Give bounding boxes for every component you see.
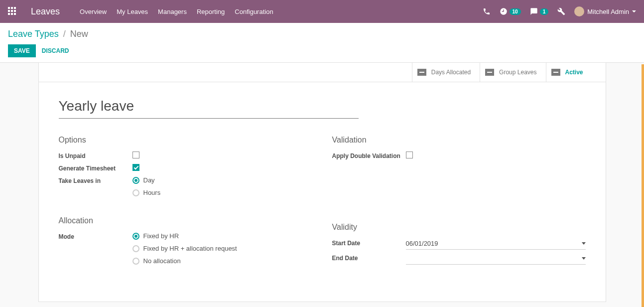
take-leaves-label: Take Leaves in: [59, 176, 132, 184]
clock-icon: [500, 7, 508, 15]
main-navbar: Leaves Overview My Leaves Managers Repor…: [0, 0, 644, 23]
nav-link-configuration[interactable]: Configuration: [235, 8, 273, 15]
group-validation-title: Validation: [332, 136, 586, 145]
take-leaves-hours[interactable]: Hours: [132, 189, 312, 196]
chat-icon: [530, 7, 538, 15]
group-options-title: Options: [59, 136, 312, 145]
breadcrumb: Leave Types / New: [8, 29, 636, 39]
chevron-down-icon: [632, 10, 636, 12]
is-unpaid-checkbox[interactable]: [132, 152, 139, 158]
stat-button-box: Days Allocated Group Leaves Active: [39, 63, 606, 82]
radio-icon: [132, 258, 139, 265]
nav-links: Overview My Leaves Managers Reporting Co…: [80, 8, 273, 15]
radio-icon: [132, 245, 139, 252]
stat-group-leaves[interactable]: Group Leaves: [480, 63, 545, 82]
avatar: [574, 6, 584, 16]
stat-group-leaves-label: Group Leaves: [499, 69, 536, 76]
app-brand[interactable]: Leaves: [31, 6, 60, 17]
mode-fixed-hr-request[interactable]: Fixed by HR + allocation request: [132, 245, 312, 252]
radio-icon: [132, 233, 139, 240]
end-date-input[interactable]: [406, 254, 580, 263]
apply-double-label: Apply Double Validation: [332, 152, 406, 159]
chevron-down-icon[interactable]: [582, 257, 586, 260]
is-unpaid-label: Is Unpaid: [59, 152, 132, 159]
user-name: Mitchell Admin: [587, 8, 629, 15]
mode-fixed-hr[interactable]: Fixed by HR: [132, 232, 312, 240]
nav-link-overview[interactable]: Overview: [80, 8, 107, 15]
start-date-label: Start Date: [332, 239, 406, 247]
apps-icon[interactable]: [8, 7, 17, 16]
nav-link-my-leaves[interactable]: My Leaves: [117, 8, 148, 15]
activities-button[interactable]: 10: [500, 7, 521, 15]
archive-icon: [485, 69, 494, 76]
mode-no-allocation[interactable]: No allocation: [132, 257, 312, 265]
breadcrumb-parent[interactable]: Leave Types: [8, 29, 59, 39]
apply-double-checkbox[interactable]: [406, 152, 413, 158]
radio-icon: [132, 177, 139, 184]
activities-badge: 10: [510, 8, 521, 15]
stat-days-allocated[interactable]: Days Allocated: [412, 63, 480, 82]
stat-active[interactable]: Active: [546, 63, 606, 82]
start-date-input[interactable]: [406, 239, 580, 248]
end-date-label: End Date: [332, 254, 406, 262]
edit-indicator: [642, 64, 644, 307]
mode-label: Mode: [59, 232, 132, 240]
chevron-down-icon[interactable]: [582, 242, 586, 245]
name-input[interactable]: [59, 96, 359, 119]
form-sheet: Days Allocated Group Leaves Active Optio…: [38, 63, 606, 302]
save-button[interactable]: SAVE: [8, 44, 36, 57]
take-leaves-day[interactable]: Day: [132, 176, 312, 184]
breadcrumb-separator: /: [63, 29, 66, 39]
radio-icon: [132, 189, 139, 196]
discard-button[interactable]: DISCARD: [42, 47, 69, 54]
debug-icon[interactable]: [557, 7, 565, 15]
generate-timesheet-label: Generate Timesheet: [59, 164, 132, 172]
messages-badge: 1: [540, 8, 549, 15]
stat-active-label: Active: [565, 69, 583, 76]
nav-link-managers[interactable]: Managers: [158, 8, 187, 15]
breadcrumb-current: New: [70, 29, 88, 39]
stat-days-allocated-label: Days Allocated: [431, 69, 471, 76]
group-allocation-title: Allocation: [59, 216, 312, 225]
messages-button[interactable]: 1: [530, 7, 549, 15]
group-validity-title: Validity: [332, 223, 586, 232]
user-menu[interactable]: Mitchell Admin: [574, 6, 636, 16]
control-panel: Leave Types / New SAVE DISCARD: [0, 23, 644, 63]
nav-link-reporting[interactable]: Reporting: [197, 8, 225, 15]
archive-icon: [551, 69, 560, 76]
generate-timesheet-checkbox[interactable]: [132, 164, 139, 171]
archive-icon: [417, 69, 426, 76]
phone-icon[interactable]: [483, 7, 491, 15]
